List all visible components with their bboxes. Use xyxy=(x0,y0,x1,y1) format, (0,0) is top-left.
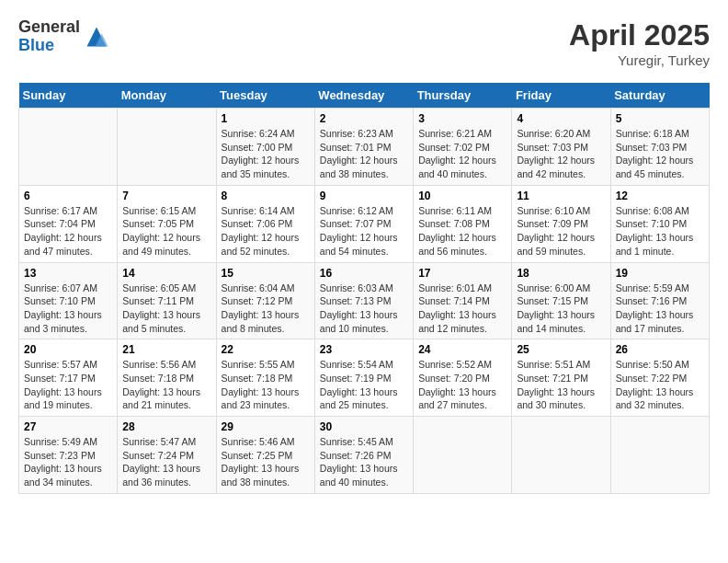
calendar-cell: 6Sunrise: 6:17 AM Sunset: 7:04 PM Daylig… xyxy=(19,185,118,262)
col-header-saturday: Saturday xyxy=(610,83,709,109)
day-number: 28 xyxy=(122,420,210,433)
day-info: Sunrise: 6:21 AM Sunset: 7:02 PM Dayligh… xyxy=(418,127,506,181)
day-info: Sunrise: 5:45 AM Sunset: 7:26 PM Dayligh… xyxy=(320,435,408,489)
calendar-cell: 28Sunrise: 5:47 AM Sunset: 7:24 PM Dayli… xyxy=(118,417,216,494)
day-info: Sunrise: 6:00 AM Sunset: 7:15 PM Dayligh… xyxy=(517,282,605,336)
day-info: Sunrise: 6:12 AM Sunset: 7:07 PM Dayligh… xyxy=(320,204,408,259)
day-info: Sunrise: 6:10 AM Sunset: 7:09 PM Dayligh… xyxy=(517,204,605,259)
location-subtitle: Yuregir, Turkey xyxy=(569,52,710,68)
calendar-week-row: 1Sunrise: 6:24 AM Sunset: 7:00 PM Daylig… xyxy=(19,109,710,186)
calendar-week-row: 13Sunrise: 6:07 AM Sunset: 7:10 PM Dayli… xyxy=(19,262,710,339)
day-info: Sunrise: 5:52 AM Sunset: 7:20 PM Dayligh… xyxy=(418,358,506,412)
day-number: 20 xyxy=(24,343,112,356)
day-info: Sunrise: 6:18 AM Sunset: 7:03 PM Dayligh… xyxy=(616,127,704,181)
col-header-wednesday: Wednesday xyxy=(314,83,413,109)
calendar-cell: 9Sunrise: 6:12 AM Sunset: 7:07 PM Daylig… xyxy=(314,185,413,262)
calendar-cell: 8Sunrise: 6:14 AM Sunset: 7:06 PM Daylig… xyxy=(216,185,314,262)
day-number: 15 xyxy=(222,267,310,280)
calendar-cell: 1Sunrise: 6:24 AM Sunset: 7:00 PM Daylig… xyxy=(216,109,314,186)
day-info: Sunrise: 5:51 AM Sunset: 7:21 PM Dayligh… xyxy=(517,358,605,412)
calendar-cell: 18Sunrise: 6:00 AM Sunset: 7:15 PM Dayli… xyxy=(512,262,610,339)
calendar-week-row: 20Sunrise: 5:57 AM Sunset: 7:17 PM Dayli… xyxy=(19,339,710,417)
day-number: 21 xyxy=(122,343,210,356)
logo-icon xyxy=(84,24,109,50)
day-info: Sunrise: 5:55 AM Sunset: 7:18 PM Dayligh… xyxy=(222,358,310,412)
calendar-cell: 16Sunrise: 6:03 AM Sunset: 7:13 PM Dayli… xyxy=(314,262,413,339)
day-number: 27 xyxy=(24,420,112,433)
day-number: 13 xyxy=(24,267,112,280)
calendar-cell: 20Sunrise: 5:57 AM Sunset: 7:17 PM Dayli… xyxy=(19,339,118,417)
calendar-cell: 22Sunrise: 5:55 AM Sunset: 7:18 PM Dayli… xyxy=(216,339,314,417)
logo: General Blue xyxy=(18,18,109,55)
page-header: General Blue April 2025 Yuregir, Turkey xyxy=(18,18,710,68)
day-number: 1 xyxy=(222,112,310,125)
day-number: 29 xyxy=(222,420,310,433)
calendar-cell: 10Sunrise: 6:11 AM Sunset: 7:08 PM Dayli… xyxy=(414,185,512,262)
calendar-cell: 21Sunrise: 5:56 AM Sunset: 7:18 PM Dayli… xyxy=(118,339,216,417)
calendar-cell: 25Sunrise: 5:51 AM Sunset: 7:21 PM Dayli… xyxy=(512,339,610,417)
day-number: 2 xyxy=(320,112,408,125)
day-info: Sunrise: 6:03 AM Sunset: 7:13 PM Dayligh… xyxy=(320,282,408,336)
logo-blue-text: Blue xyxy=(18,37,80,55)
day-info: Sunrise: 5:54 AM Sunset: 7:19 PM Dayligh… xyxy=(320,358,408,412)
calendar-cell xyxy=(512,417,610,494)
day-number: 30 xyxy=(320,420,408,433)
day-number: 11 xyxy=(517,190,605,202)
day-number: 10 xyxy=(418,190,506,202)
calendar-cell xyxy=(610,417,709,494)
calendar-cell: 27Sunrise: 5:49 AM Sunset: 7:23 PM Dayli… xyxy=(19,417,118,494)
calendar-cell: 5Sunrise: 6:18 AM Sunset: 7:03 PM Daylig… xyxy=(610,109,709,186)
day-info: Sunrise: 6:20 AM Sunset: 7:03 PM Dayligh… xyxy=(517,127,605,181)
day-info: Sunrise: 6:15 AM Sunset: 7:05 PM Dayligh… xyxy=(122,204,210,259)
day-number: 16 xyxy=(320,267,408,280)
day-number: 9 xyxy=(320,190,408,202)
day-info: Sunrise: 6:24 AM Sunset: 7:00 PM Dayligh… xyxy=(222,127,310,181)
calendar-cell: 30Sunrise: 5:45 AM Sunset: 7:26 PM Dayli… xyxy=(314,417,413,494)
day-number: 23 xyxy=(320,343,408,356)
day-number: 4 xyxy=(517,112,605,125)
col-header-monday: Monday xyxy=(118,83,216,109)
day-info: Sunrise: 6:11 AM Sunset: 7:08 PM Dayligh… xyxy=(418,204,506,259)
calendar-cell: 14Sunrise: 6:05 AM Sunset: 7:11 PM Dayli… xyxy=(118,262,216,339)
day-info: Sunrise: 5:47 AM Sunset: 7:24 PM Dayligh… xyxy=(122,435,210,489)
calendar-cell xyxy=(414,417,512,494)
calendar-header-row: SundayMondayTuesdayWednesdayThursdayFrid… xyxy=(19,83,710,109)
day-number: 6 xyxy=(24,190,112,202)
day-info: Sunrise: 6:01 AM Sunset: 7:14 PM Dayligh… xyxy=(418,282,506,336)
calendar-cell: 26Sunrise: 5:50 AM Sunset: 7:22 PM Dayli… xyxy=(610,339,709,417)
calendar-cell: 24Sunrise: 5:52 AM Sunset: 7:20 PM Dayli… xyxy=(414,339,512,417)
day-info: Sunrise: 5:49 AM Sunset: 7:23 PM Dayligh… xyxy=(24,435,112,489)
calendar-cell xyxy=(19,109,118,186)
day-info: Sunrise: 6:08 AM Sunset: 7:10 PM Dayligh… xyxy=(616,204,704,259)
calendar-cell: 29Sunrise: 5:46 AM Sunset: 7:25 PM Dayli… xyxy=(216,417,314,494)
col-header-sunday: Sunday xyxy=(19,83,118,109)
calendar-cell: 4Sunrise: 6:20 AM Sunset: 7:03 PM Daylig… xyxy=(512,109,610,186)
day-info: Sunrise: 6:05 AM Sunset: 7:11 PM Dayligh… xyxy=(122,282,210,336)
day-number: 24 xyxy=(418,343,506,356)
day-number: 22 xyxy=(222,343,310,356)
calendar-cell: 13Sunrise: 6:07 AM Sunset: 7:10 PM Dayli… xyxy=(19,262,118,339)
day-info: Sunrise: 5:50 AM Sunset: 7:22 PM Dayligh… xyxy=(616,358,704,412)
calendar-cell: 19Sunrise: 5:59 AM Sunset: 7:16 PM Dayli… xyxy=(610,262,709,339)
calendar-cell: 15Sunrise: 6:04 AM Sunset: 7:12 PM Dayli… xyxy=(216,262,314,339)
day-info: Sunrise: 6:04 AM Sunset: 7:12 PM Dayligh… xyxy=(222,282,310,336)
calendar-week-row: 27Sunrise: 5:49 AM Sunset: 7:23 PM Dayli… xyxy=(19,417,710,494)
calendar-cell: 2Sunrise: 6:23 AM Sunset: 7:01 PM Daylig… xyxy=(314,109,413,186)
day-number: 14 xyxy=(122,267,210,280)
col-header-tuesday: Tuesday xyxy=(216,83,314,109)
day-info: Sunrise: 6:07 AM Sunset: 7:10 PM Dayligh… xyxy=(24,282,112,336)
calendar-cell xyxy=(118,109,216,186)
day-info: Sunrise: 5:46 AM Sunset: 7:25 PM Dayligh… xyxy=(222,435,310,489)
day-info: Sunrise: 5:59 AM Sunset: 7:16 PM Dayligh… xyxy=(616,282,704,336)
calendar-cell: 12Sunrise: 6:08 AM Sunset: 7:10 PM Dayli… xyxy=(610,185,709,262)
col-header-friday: Friday xyxy=(512,83,610,109)
calendar-cell: 7Sunrise: 6:15 AM Sunset: 7:05 PM Daylig… xyxy=(118,185,216,262)
calendar-cell: 3Sunrise: 6:21 AM Sunset: 7:02 PM Daylig… xyxy=(414,109,512,186)
title-block: April 2025 Yuregir, Turkey xyxy=(569,18,710,68)
day-info: Sunrise: 5:56 AM Sunset: 7:18 PM Dayligh… xyxy=(122,358,210,412)
day-info: Sunrise: 6:17 AM Sunset: 7:04 PM Dayligh… xyxy=(24,204,112,259)
day-number: 25 xyxy=(517,343,605,356)
calendar-cell: 17Sunrise: 6:01 AM Sunset: 7:14 PM Dayli… xyxy=(414,262,512,339)
day-number: 17 xyxy=(418,267,506,280)
day-number: 19 xyxy=(616,267,704,280)
